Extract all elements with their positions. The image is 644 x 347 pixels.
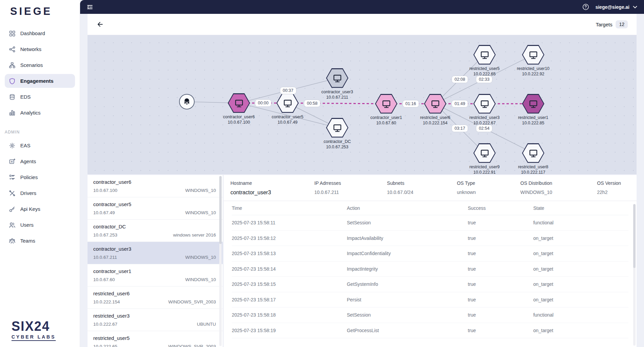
host-meta: 10.0.67.49WINDOWS_10 (93, 210, 216, 215)
events-col-action: Action (347, 205, 468, 211)
targets-label: Targets (596, 22, 612, 27)
content-area: Targets 12 contractor_user610.0.67.100co… (80, 14, 644, 347)
sidebar-item-networks[interactable]: Networks (5, 42, 75, 56)
graph-node-restricted_user6[interactable] (424, 94, 446, 114)
events-table: TimeActionSuccessState 2025-07-23 15:58:… (224, 201, 637, 347)
six24-logo: SIX24 CYBER LABS (11, 320, 56, 341)
host-details-header: Hostnamecontractor_user3IP Adrresses10.0… (224, 175, 637, 201)
sidebar-item-policies[interactable]: Policies (5, 170, 75, 184)
graph-node-label: restricted_user110.0.222.85 (501, 115, 565, 126)
graph-node-restricted_user9[interactable] (473, 143, 496, 163)
host-list-item-contractor_user1[interactable]: contractor_user110.0.67.60WINDOWS_10 (88, 264, 223, 287)
events-scrollbar-thumb[interactable] (633, 204, 636, 268)
edge-time-badge: 00:37 (280, 87, 296, 94)
sidebar-item-eas[interactable]: EAS (5, 139, 75, 152)
host-os: WINDOWS_10 (185, 188, 216, 193)
monitor-icon (332, 73, 343, 83)
targets-counter: Targets 12 (596, 20, 628, 28)
event-row: 2025-07-23 15:58:17Persisttrueon_target (232, 292, 628, 308)
event-cell: SetSession (347, 312, 468, 318)
user-menu[interactable]: siege@siege.ai (595, 4, 637, 10)
sidebar-item-scenarios[interactable]: Scenarios (5, 58, 75, 72)
host-list-scrollbar-thumb[interactable] (219, 176, 222, 244)
monitor-icon (234, 98, 244, 108)
host-list-item-restricted_user5[interactable]: restricted_user510.0.222.65WINDOWS_SVR_2… (88, 331, 223, 347)
edge-time-badge: 02:33 (476, 76, 492, 83)
host-list-scrollbar[interactable] (219, 176, 222, 346)
sidebar-item-drivers[interactable]: Drivers (5, 186, 75, 200)
sidebar-item-label: Agents (20, 158, 36, 164)
host-ip: 10.0.222.154 (93, 299, 120, 304)
sidebar-item-api-keys[interactable]: Api Keys (5, 202, 75, 216)
drivers-icon (9, 190, 16, 197)
sidebar-collapse-icon[interactable] (86, 3, 94, 11)
node-ip: 10.0.67.49 (255, 120, 320, 125)
graph-node-contractor_user5[interactable] (276, 93, 299, 113)
host-list-item-contractor_user6[interactable]: contractor_user610.0.67.100WINDOWS_10 (88, 175, 223, 197)
node-hostname: restricted_user10 (501, 66, 565, 71)
cyber-labs-text: CYBER LABS (11, 334, 56, 341)
graph-node-restricted_user8[interactable] (522, 143, 544, 163)
graph-node-contractor_user3[interactable] (326, 68, 348, 88)
detail-value: contractor_user3 (230, 190, 314, 196)
host-list-item-contractor_user3[interactable]: contractor_user310.0.67.211WINDOWS_10 (88, 242, 223, 264)
graph-node-restricted_user1[interactable] (522, 94, 544, 114)
targets-count-badge: 12 (616, 20, 628, 28)
event-row: 2025-07-23 15:58:15GetSystemInfotrueon_t… (232, 277, 628, 292)
attacker-node[interactable] (179, 94, 195, 109)
events-table-body: 2025-07-23 15:58:11SetSessiontruefunctio… (232, 215, 628, 338)
detail-field-hostname: Hostnamecontractor_user3 (230, 180, 314, 196)
sidebar-item-users[interactable]: Users (5, 218, 75, 232)
chevron-down-icon (633, 6, 637, 8)
detail-value: WINDOWS_10 (520, 190, 597, 195)
graph-node-contractor_user1[interactable] (375, 94, 397, 114)
edge-time-badge: 00:58 (304, 100, 320, 107)
detail-value: unknown (457, 190, 520, 195)
host-name: restricted_user3 (93, 313, 216, 319)
host-details-panel: Hostnamecontractor_user3IP Adrresses10.0… (224, 175, 637, 347)
sidebar-item-eds[interactable]: EDS (5, 90, 75, 104)
host-name: contractor_DC (93, 224, 216, 229)
graph-node-restricted_user10[interactable] (522, 45, 544, 65)
bottom-panels: contractor_user610.0.67.100WINDOWS_10con… (88, 175, 637, 347)
graph-node-label: restricted_user1010.0.222.92 (501, 66, 565, 77)
back-button[interactable] (96, 21, 103, 28)
host-list-item-restricted_user6[interactable]: restricted_user610.0.222.154WINDOWS_SVR_… (88, 287, 223, 309)
event-cell: true (468, 281, 534, 287)
spartan-helmet-icon (183, 98, 191, 106)
sidebar-item-label: Api Keys (20, 206, 40, 212)
detail-field-os-distribution: OS DistributionWINDOWS_10 (520, 180, 597, 196)
event-cell: on_target (533, 297, 628, 302)
event-cell: GetSystemInfo (347, 281, 468, 287)
sidebar-item-agents[interactable]: AIAgents (5, 154, 75, 168)
events-scrollbar[interactable] (633, 204, 636, 346)
edge-time-badge: 01:16 (402, 100, 419, 107)
graph-node-restricted_user3[interactable] (473, 94, 496, 114)
apikeys-icon (9, 206, 16, 213)
event-cell: SetSession (347, 220, 468, 225)
sidebar-item-dashboard[interactable]: Dashboard (5, 26, 75, 40)
sidebar-item-label: EAS (20, 143, 30, 148)
graph-node-contractor_DC[interactable] (326, 118, 348, 138)
event-cell: on_target (533, 266, 628, 272)
help-icon[interactable] (582, 3, 589, 10)
monitor-icon (479, 148, 490, 158)
toolbar: Targets 12 (88, 14, 637, 35)
host-list-item-contractor_user5[interactable]: contractor_user510.0.67.49WINDOWS_10 (88, 197, 223, 220)
host-name: contractor_user1 (93, 268, 216, 274)
sidebar-item-teams[interactable]: Teams (5, 234, 75, 248)
event-cell: on_target (533, 236, 628, 241)
graph-node-restricted_user5[interactable] (473, 45, 496, 65)
host-os: WINDOWS_10 (185, 255, 216, 260)
graph-node-contractor_user6[interactable] (228, 93, 250, 113)
host-list-item-contractor_DC[interactable]: contractor_DC10.0.67.253windows server 2… (88, 220, 223, 242)
edge-time-badge: 01:49 (451, 100, 468, 107)
sidebar-item-engagements[interactable]: Engagements (5, 74, 75, 88)
host-list-item-restricted_user3[interactable]: restricted_user310.0.222.67UBUNTU (88, 309, 223, 331)
sidebar-item-analytics[interactable]: Analytics (5, 106, 75, 120)
detail-label: OS Version (597, 180, 630, 186)
event-cell: 2025-07-23 15:58:18 (232, 312, 347, 318)
host-ip: 10.0.67.49 (93, 210, 115, 215)
event-cell: 2025-07-23 15:58:15 (232, 281, 347, 287)
agents-icon: AI (9, 158, 16, 165)
